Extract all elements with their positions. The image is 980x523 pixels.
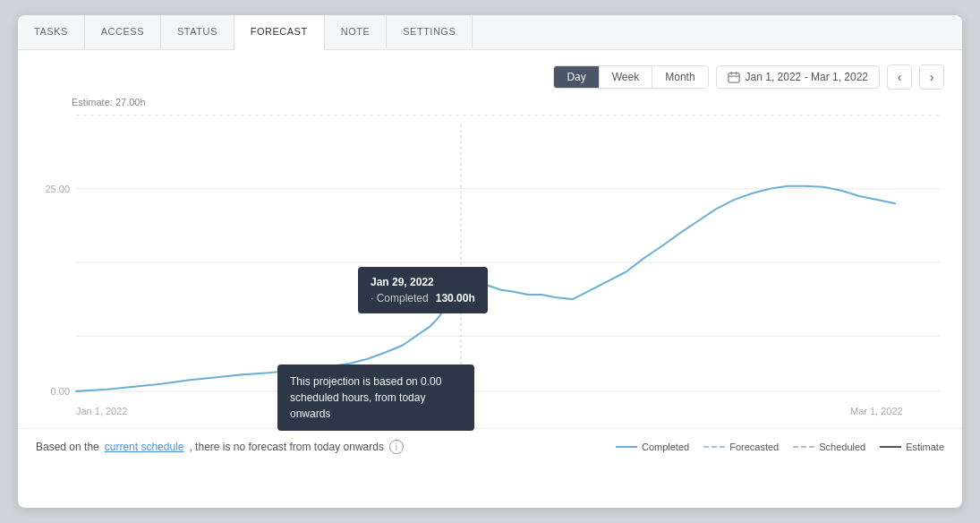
period-week-button[interactable]: Week bbox=[600, 66, 652, 88]
legend-scheduled: Scheduled bbox=[793, 442, 865, 452]
legend-label-estimate: Estimate bbox=[906, 442, 944, 452]
chart-area: Day Week Month Jan 1, 2022 - Mar 1, 2022… bbox=[18, 50, 962, 428]
legend-estimate: Estimate bbox=[880, 442, 944, 452]
tab-settings[interactable]: SETTINGS bbox=[387, 15, 473, 49]
current-schedule-link[interactable]: current schedule bbox=[105, 441, 184, 453]
tab-note[interactable]: NOTE bbox=[325, 15, 388, 49]
period-selector: Day Week Month bbox=[553, 65, 708, 89]
info-tooltip-popup: This projection is based on 0.00 schedul… bbox=[277, 364, 474, 431]
legend-label-completed: Completed bbox=[642, 442, 689, 452]
tab-tasks[interactable]: TASKS bbox=[18, 15, 85, 49]
svg-text:25.00: 25.00 bbox=[45, 184, 70, 194]
footer-left: Based on the current schedule , there is… bbox=[36, 440, 404, 454]
info-icon[interactable]: i bbox=[389, 440, 404, 454]
prev-period-button[interactable]: ‹ bbox=[887, 64, 912, 90]
legend-completed: Completed bbox=[616, 442, 689, 452]
svg-point-14 bbox=[457, 282, 464, 289]
date-range-label: Jan 1, 2022 - Mar 1, 2022 bbox=[746, 71, 868, 83]
legend-line-estimate bbox=[880, 446, 901, 448]
legend-forecasted: Forecasted bbox=[703, 442, 779, 452]
svg-rect-0 bbox=[728, 73, 738, 83]
estimate-label: Estimate: 27.00h bbox=[72, 97, 146, 107]
next-period-button[interactable]: › bbox=[919, 64, 944, 90]
legend-line-completed bbox=[616, 446, 637, 448]
chart-svg: 25.00 0.00 Jan 1, 2022 Mar 1, 2022 bbox=[36, 97, 944, 428]
period-day-button[interactable]: Day bbox=[554, 66, 599, 88]
legend-label-scheduled: Scheduled bbox=[819, 442, 865, 452]
chart-container: Estimate: 27.00h 25.00 0.00 Jan 1, 2022 … bbox=[36, 97, 944, 428]
svg-text:Jan 1, 2022: Jan 1, 2022 bbox=[76, 405, 127, 416]
footer: Based on the current schedule , there is… bbox=[18, 428, 962, 465]
svg-text:0.00: 0.00 bbox=[51, 386, 70, 397]
date-range-button[interactable]: Jan 1, 2022 - Mar 1, 2022 bbox=[716, 65, 880, 89]
tab-forecast[interactable]: FORECAST bbox=[234, 15, 325, 50]
legend-line-scheduled bbox=[793, 446, 814, 448]
legend-label-forecasted: Forecasted bbox=[729, 442, 779, 452]
footer-text-before: Based on the bbox=[36, 441, 99, 453]
legend: Completed Forecasted Scheduled Estimate bbox=[616, 442, 944, 452]
tab-access[interactable]: ACCESS bbox=[85, 15, 161, 49]
footer-text-after: , there is no forecast from today onward… bbox=[189, 441, 383, 453]
legend-line-forecasted bbox=[703, 446, 725, 448]
tab-status[interactable]: STATUS bbox=[161, 15, 234, 49]
svg-text:Mar 1, 2022: Mar 1, 2022 bbox=[850, 405, 903, 416]
period-month-button[interactable]: Month bbox=[652, 66, 707, 88]
tab-bar: TASKS ACCESS STATUS FORECAST NOTE SETTIN… bbox=[18, 15, 962, 50]
calendar-icon bbox=[728, 71, 740, 83]
chart-controls: Day Week Month Jan 1, 2022 - Mar 1, 2022… bbox=[36, 64, 944, 90]
main-card: TASKS ACCESS STATUS FORECAST NOTE SETTIN… bbox=[18, 15, 962, 508]
